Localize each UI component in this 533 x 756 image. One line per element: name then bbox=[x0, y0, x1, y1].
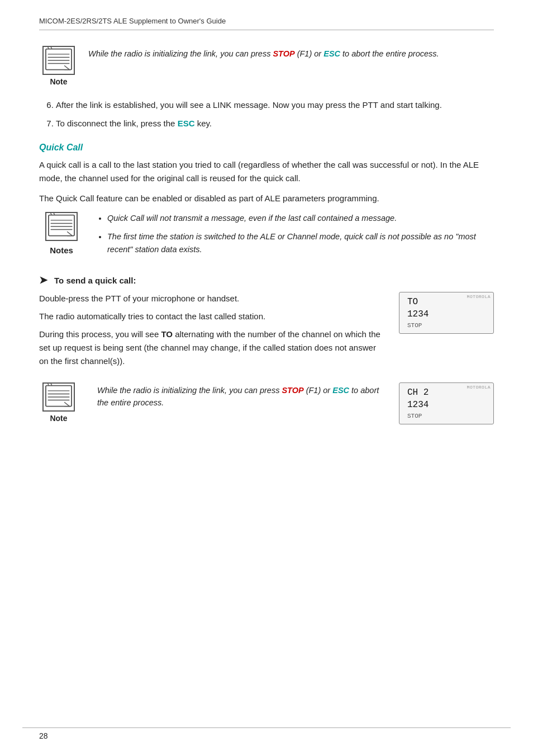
notes-label: Notes bbox=[50, 245, 73, 255]
display-box-1: MOTOROLA TO 1234 STOP bbox=[399, 292, 494, 334]
notes-list: Quick Call will not transmit a message, … bbox=[96, 212, 494, 262]
motorola-logo-2: MOTOROLA bbox=[467, 385, 491, 390]
procedure-body: Double-press the PTT of your microphone … bbox=[39, 292, 494, 372]
procedure-text-col: Double-press the PTT of your microphone … bbox=[39, 292, 383, 372]
section-title: Quick Call bbox=[39, 143, 494, 153]
note-label-2: Note bbox=[50, 414, 67, 423]
page-footer-rule bbox=[22, 727, 511, 728]
list-item-7: To disconnect the link, press the ESC ke… bbox=[56, 117, 494, 130]
notes-item-2: The first time the station is switched t… bbox=[107, 230, 494, 256]
display1-stop: STOP bbox=[407, 322, 486, 329]
display-box-2: MOTOROLA CH 2 1234 STOP bbox=[399, 382, 494, 424]
section-para1: A quick call is a call to the last stati… bbox=[39, 158, 494, 185]
page: MICOM-2ES/2RS/2TS ALE Supplement to Owne… bbox=[0, 0, 533, 756]
main-list: After the link is established, you will … bbox=[56, 98, 494, 130]
header-title: MICOM-2ES/2RS/2TS ALE Supplement to Owne… bbox=[39, 17, 226, 25]
notes-block: Notes Quick Call will not transmit a mes… bbox=[39, 212, 494, 262]
note-text-1: While the radio is initializing the link… bbox=[88, 46, 439, 60]
notes-item-1: Quick Call will not transmit a message, … bbox=[107, 212, 494, 225]
note-text-2: While the radio is initializing the link… bbox=[97, 382, 383, 409]
bottom-row: Note While the radio is initializing the… bbox=[39, 382, 494, 424]
notes-icon: Notes bbox=[39, 212, 84, 255]
display2-line2: 1234 bbox=[407, 399, 486, 411]
note-block-1: Note While the radio is initializing the… bbox=[39, 46, 494, 86]
svg-rect-14 bbox=[46, 386, 72, 407]
note-icon-image-1 bbox=[42, 46, 75, 75]
section-para2: The Quick Call feature can be enabled or… bbox=[39, 192, 494, 205]
display2-stop: STOP bbox=[407, 413, 486, 419]
notes-icon-image bbox=[45, 212, 78, 241]
svg-rect-0 bbox=[46, 49, 72, 70]
page-header: MICOM-2ES/2RS/2TS ALE Supplement to Owne… bbox=[39, 17, 494, 30]
note-icon-1: Note bbox=[39, 46, 78, 86]
proc-step-1: Double-press the PTT of your microphone … bbox=[39, 292, 383, 305]
list-item-6: After the link is established, you will … bbox=[56, 98, 494, 111]
note-icon-2: Note bbox=[39, 382, 78, 423]
note-bottom: Note While the radio is initializing the… bbox=[39, 382, 383, 423]
svg-rect-7 bbox=[49, 215, 74, 235]
proc-step-2: The radio automatically tries to contact… bbox=[39, 310, 383, 323]
page-number: 28 bbox=[39, 731, 48, 740]
display1-line2: 1234 bbox=[407, 308, 486, 320]
proc-step-3: During this process, you will see TO alt… bbox=[39, 328, 383, 368]
motorola-logo-1: MOTOROLA bbox=[467, 294, 491, 299]
procedure-header: ➤ To send a quick call: bbox=[39, 274, 494, 286]
arrow-icon: ➤ bbox=[39, 274, 47, 286]
note-icon-image-2 bbox=[42, 382, 75, 412]
note-label-1: Note bbox=[50, 77, 67, 86]
